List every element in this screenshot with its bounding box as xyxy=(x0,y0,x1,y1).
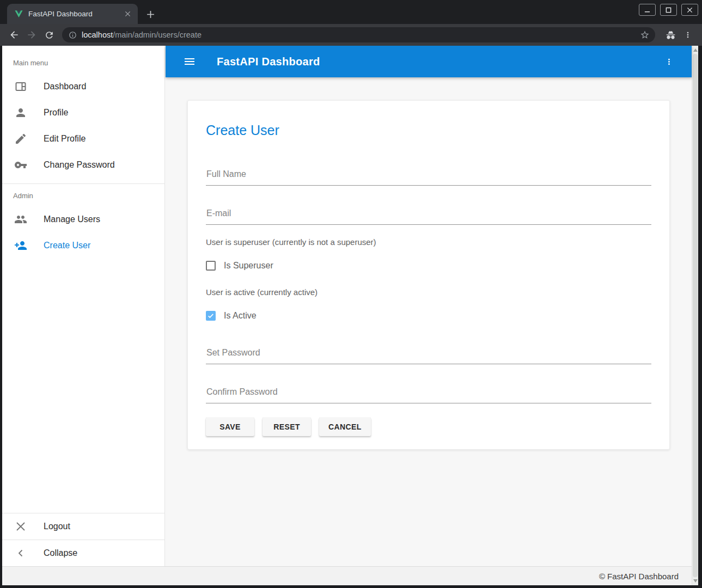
appbar-kebab-menu-icon[interactable] xyxy=(659,52,679,71)
confirm-password-input[interactable] xyxy=(206,387,651,403)
active-hint: User is active (currently active) xyxy=(206,287,651,297)
sidebar-item-label: Create User xyxy=(44,241,90,250)
browser-titlebar: FastAPI Dashboard xyxy=(0,0,702,24)
full-name-field-wrap xyxy=(206,169,651,186)
page-footer: © FastAPI Dashboard xyxy=(2,566,692,585)
window-controls xyxy=(639,4,698,16)
forward-icon[interactable] xyxy=(23,26,40,44)
sidebar-item-edit-profile[interactable]: Edit Profile xyxy=(2,126,164,152)
sidebar-item-create-user[interactable]: Create User xyxy=(2,232,164,259)
is-superuser-checkbox[interactable] xyxy=(206,261,216,271)
copyright-text: © FastAPI Dashboard xyxy=(599,572,679,581)
is-superuser-row[interactable]: Is Superuser xyxy=(206,261,651,271)
sidebar-item-collapse[interactable]: Collapse xyxy=(2,540,164,566)
new-tab-button[interactable] xyxy=(143,7,158,22)
page-title: Create User xyxy=(206,122,651,138)
sidebar-item-label: Collapse xyxy=(44,548,77,558)
pencil-icon xyxy=(14,132,27,145)
reload-icon[interactable] xyxy=(40,26,58,44)
incognito-icon xyxy=(662,26,679,44)
sidebar-section-admin: Admin xyxy=(2,184,164,206)
star-icon[interactable] xyxy=(640,30,650,40)
info-icon[interactable] xyxy=(69,31,77,39)
hamburger-menu-icon[interactable] xyxy=(180,52,199,71)
scrollbar-up-arrow-icon[interactable] xyxy=(693,48,698,52)
person-icon xyxy=(14,106,27,119)
back-icon[interactable] xyxy=(5,26,23,44)
email-input[interactable] xyxy=(206,209,651,225)
url-host: localhost xyxy=(82,30,113,39)
browser-toolbar: localhost/main/admin/users/create xyxy=(0,24,702,46)
dashboard-icon xyxy=(14,80,27,93)
maximize-button[interactable] xyxy=(660,4,677,16)
sidebar-item-label: Dashboard xyxy=(44,82,86,91)
sidebar-item-change-password[interactable]: Change Password xyxy=(2,152,164,178)
full-name-input[interactable] xyxy=(206,169,651,186)
sidebar-item-logout[interactable]: Logout xyxy=(2,513,164,540)
sidebar-item-label: Change Password xyxy=(44,160,115,170)
confirm-password-field-wrap xyxy=(206,387,651,403)
minimize-button[interactable] xyxy=(639,4,656,16)
set-password-field-wrap xyxy=(206,348,651,364)
is-superuser-label: Is Superuser xyxy=(224,261,273,271)
chevron-left-icon xyxy=(14,547,27,560)
vue-logo-icon xyxy=(14,9,23,19)
scrollbar-down-arrow-icon[interactable] xyxy=(693,579,698,583)
cancel-button[interactable]: CANCEL xyxy=(319,418,371,436)
browser-menu-kebab-icon[interactable] xyxy=(679,26,697,44)
is-active-row[interactable]: Is Active xyxy=(206,311,651,321)
tab-title: FastAPI Dashboard xyxy=(28,10,123,18)
person-add-icon xyxy=(14,239,27,252)
save-button[interactable]: SAVE xyxy=(206,418,254,436)
sidebar-item-dashboard[interactable]: Dashboard xyxy=(2,74,164,100)
sidebar-item-label: Logout xyxy=(44,522,70,531)
sidebar-item-profile[interactable]: Profile xyxy=(2,100,164,126)
superuser-hint: User is superuser (currently is not a su… xyxy=(206,237,651,247)
address-bar[interactable]: localhost/main/admin/users/create xyxy=(62,27,655,42)
email-field-wrap xyxy=(206,209,651,225)
vertical-scrollbar[interactable] xyxy=(692,46,698,585)
sidebar-spacer xyxy=(2,259,164,513)
people-icon xyxy=(14,213,27,226)
browser-tab[interactable]: FastAPI Dashboard xyxy=(7,4,138,24)
close-icon xyxy=(14,520,27,533)
appbar: FastAPI Dashboard xyxy=(166,46,692,77)
sidebar-section-main-menu: Main menu xyxy=(2,46,164,74)
tab-close-icon[interactable] xyxy=(123,9,132,19)
form-buttons: SAVE RESET CANCEL xyxy=(206,418,651,436)
page: Main menu Dashboard Profile Edit Profile xyxy=(2,46,698,585)
scrollbar-thumb[interactable] xyxy=(693,54,698,577)
sidebar-item-label: Edit Profile xyxy=(44,134,86,144)
sidebar-item-label: Profile xyxy=(44,108,68,118)
key-icon xyxy=(14,158,27,171)
is-active-label: Is Active xyxy=(224,311,257,321)
appbar-title: FastAPI Dashboard xyxy=(217,56,320,68)
reset-button[interactable]: RESET xyxy=(263,418,311,436)
browser-window: FastAPI Dashboard xyxy=(0,0,702,588)
url-path: /main/admin/users/create xyxy=(113,30,202,39)
main-area: FastAPI Dashboard Create User User is su… xyxy=(166,46,692,566)
sidebar-item-manage-users[interactable]: Manage Users xyxy=(2,206,164,232)
close-window-button[interactable] xyxy=(681,4,698,16)
is-active-checkbox[interactable] xyxy=(206,311,216,321)
sidebar: Main menu Dashboard Profile Edit Profile xyxy=(2,46,165,566)
sidebar-item-label: Manage Users xyxy=(44,215,100,224)
set-password-input[interactable] xyxy=(206,348,651,364)
create-user-card: Create User User is superuser (currently… xyxy=(187,100,670,450)
